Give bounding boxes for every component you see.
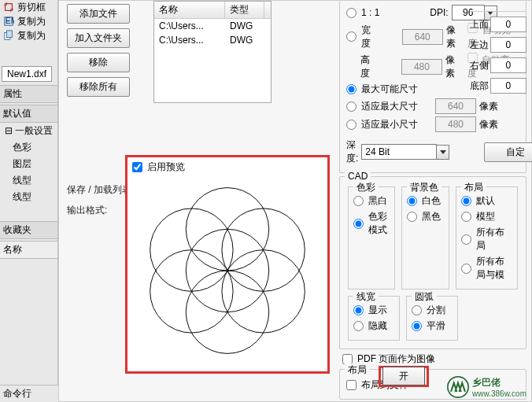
command-line-label: 命令行 (0, 385, 58, 402)
tree-item-layer[interactable]: 图层 (0, 156, 57, 172)
remove-all-button[interactable]: 移除所有 (67, 77, 130, 97)
depth-combo[interactable] (361, 144, 449, 160)
name-column: 名称 (0, 241, 57, 259)
fit-max-input[interactable] (435, 98, 476, 114)
height-input[interactable] (401, 59, 442, 75)
page-margins: 上面0 左边0 右侧0 底部0 (470, 1, 526, 98)
dropdown-arrow-icon[interactable] (437, 145, 449, 160)
copy-icon (3, 30, 14, 41)
arc-split-radio[interactable]: 分割 (412, 304, 453, 317)
open-button-highlight: 开 (379, 366, 429, 387)
enable-preview-checkbox[interactable]: 启用预览 (127, 157, 327, 177)
file-list[interactable]: 名称 类型 C:\Users... DWG C:\Users... DWG (153, 1, 272, 103)
favorites-header[interactable]: 收藏夹 (0, 221, 57, 239)
lw-show-radio[interactable]: 显示 (353, 304, 394, 317)
arc-smooth-radio[interactable]: 平滑 (412, 319, 453, 333)
add-folder-button[interactable]: 加入文件夹 (67, 28, 130, 48)
fit-max-radio[interactable] (346, 101, 357, 112)
svg-text:EMF: EMF (6, 16, 14, 25)
width-input[interactable] (402, 29, 443, 45)
file-row[interactable]: C:\Users... DWG (154, 33, 271, 47)
fit-min-radio[interactable] (346, 120, 357, 130)
dpi-label: DPI: (430, 7, 448, 18)
tool-label: 复制为 (17, 15, 46, 28)
tree-general[interactable]: ⊟ 一般设置 (0, 123, 57, 139)
preview-canvas (135, 178, 320, 363)
layout-all-radio[interactable]: 所有布局 (461, 226, 512, 253)
col-name[interactable]: 名称 (154, 2, 225, 18)
tool-label: 剪切框 (17, 1, 46, 14)
layout-group-title: 布局 (345, 363, 370, 377)
ratio-1-1-radio[interactable] (346, 8, 357, 18)
file-row[interactable]: C:\Users... DWG (154, 19, 271, 33)
margin-left-input[interactable]: 0 (490, 37, 526, 53)
bg-black-radio[interactable]: 黑色 (407, 210, 443, 223)
layout-model-radio[interactable]: 模型 (461, 210, 512, 223)
tool-label: 复制为 (17, 29, 46, 42)
layout-default-radio[interactable]: 默认 (461, 194, 512, 208)
margin-right-input[interactable]: 0 (490, 57, 526, 73)
tree-item-color[interactable]: 色彩 (0, 139, 57, 156)
tool-crop[interactable]: 剪切框 (0, 0, 57, 14)
svg-point-12 (448, 377, 468, 397)
properties-header[interactable]: 属性 (0, 85, 57, 103)
depth-label: 深度: (346, 138, 358, 165)
color-bw-radio[interactable]: 黑白 (353, 194, 390, 208)
watermark: 乡巴佬 www.386w.com (447, 376, 526, 398)
open-button[interactable]: 开 (382, 367, 425, 385)
width-radio[interactable] (346, 31, 357, 42)
fit-min-input[interactable] (435, 116, 476, 132)
layout-all-model-radio[interactable]: 所有布局与模 (461, 255, 512, 282)
color-mode-radio[interactable]: 色彩模式 (353, 210, 390, 237)
max-possible-radio[interactable] (346, 84, 357, 94)
watermark-logo-icon (447, 376, 469, 398)
margins-title (470, 1, 526, 12)
preview-panel: 启用预览 (125, 155, 330, 374)
defaults-header[interactable]: 默认值 (0, 105, 57, 123)
svg-rect-4 (6, 31, 12, 38)
tree-item-linetype2[interactable]: 线型 (0, 189, 57, 205)
left-sidebar: 剪切框 EMF 复制为 复制为 New1.dxf 属性 默认值 ⊟ 一般设置 色… (0, 0, 58, 402)
tool-copy-emf[interactable]: EMF 复制为 (0, 14, 57, 28)
lw-hide-radio[interactable]: 隐藏 (353, 319, 394, 333)
document-tab[interactable]: New1.dxf (2, 66, 52, 82)
tree-collapse-icon[interactable]: ⊟ (5, 125, 15, 136)
crop-icon (3, 2, 14, 13)
cad-group-title: CAD (345, 171, 371, 182)
main-panel: 添加文件 加入文件夹 移除 移除所有 名称 类型 C:\Users... DWG… (58, 0, 532, 402)
emf-icon: EMF (3, 16, 14, 27)
tree-item-linetype[interactable]: 线型 (0, 172, 57, 189)
add-file-button[interactable]: 添加文件 (67, 4, 130, 24)
col-type[interactable]: 类型 (225, 2, 264, 18)
tool-copy-as[interactable]: 复制为 (0, 28, 57, 42)
preview-image (137, 180, 318, 361)
remove-button[interactable]: 移除 (67, 53, 130, 72)
custom-button[interactable]: 自定 (484, 142, 532, 162)
margin-top-input[interactable]: 0 (490, 17, 526, 32)
bg-white-radio[interactable]: 白色 (407, 194, 443, 208)
margin-bottom-input[interactable]: 0 (490, 78, 526, 94)
